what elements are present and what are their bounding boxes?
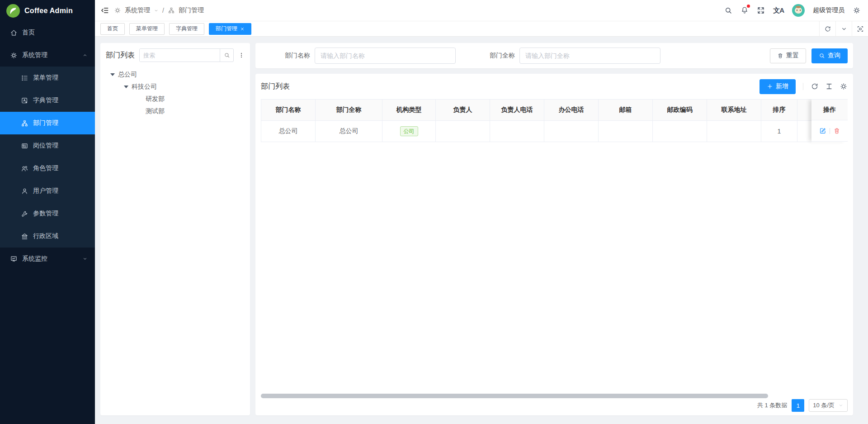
sidebar-item-monitor[interactable]: 系统监控 xyxy=(0,248,95,270)
cell-leader xyxy=(436,121,490,142)
col-dept-name: 部门名称 xyxy=(261,100,316,121)
sidebar-item-region[interactable]: 行政区域 xyxy=(0,225,95,248)
dept-table: 部门名称 部门全称 机构类型 负责人 负责人电话 办公电话 邮箱 邮政编码 联系… xyxy=(261,99,848,142)
tree-node[interactable]: 总公司 xyxy=(106,68,245,81)
column-settings-gear-icon[interactable] xyxy=(840,82,848,91)
sidebar-item-post-mgmt[interactable]: 岗位管理 xyxy=(0,134,95,157)
reset-button[interactable]: 重置 xyxy=(770,48,806,63)
col-leader: 负责人 xyxy=(436,100,490,121)
sidebar-item-user-mgmt[interactable]: 用户管理 xyxy=(0,180,95,202)
tab-dropdown-button[interactable] xyxy=(835,21,852,37)
breadcrumb-level2: 部门管理 xyxy=(179,6,204,14)
cell-sort: 1 xyxy=(761,121,797,142)
sidebar-item-dept-mgmt[interactable]: 部门管理 xyxy=(0,112,95,134)
sidebar-item-system[interactable]: 系统管理 xyxy=(0,44,95,67)
edit-icon[interactable] xyxy=(819,127,826,134)
post-badge-icon xyxy=(21,142,28,150)
tab-refresh-button[interactable] xyxy=(819,21,835,37)
notification-dot xyxy=(747,5,750,8)
delete-trash-icon[interactable] xyxy=(833,127,840,134)
query-button[interactable]: 查询 xyxy=(811,48,848,63)
tab-list: 首页 菜单管理 字典管理 部门管理 xyxy=(95,23,819,35)
tree-node[interactable]: 科技公司 xyxy=(106,81,245,93)
col-postcode: 邮政编码 xyxy=(653,100,707,121)
settings-gear-icon[interactable] xyxy=(853,6,861,14)
plus-icon xyxy=(767,83,773,90)
right-column: 部门名称 部门全称 重置 查询 xyxy=(255,43,853,415)
fullscreen-icon[interactable] xyxy=(757,6,765,14)
sidebar-item-label: 系统监控 xyxy=(22,255,47,263)
refresh-icon[interactable] xyxy=(811,82,819,91)
org-chart-icon xyxy=(168,7,175,14)
tree-search-input[interactable] xyxy=(140,49,220,62)
dept-name-label: 部门名称 xyxy=(285,52,310,60)
sidebar-item-label: 参数管理 xyxy=(33,210,58,218)
page-size-select[interactable]: 10 条/页 xyxy=(809,399,848,412)
page-1-button[interactable]: 1 xyxy=(792,399,804,412)
col-org-type: 机构类型 xyxy=(382,100,436,121)
sidebar-item-role-mgmt[interactable]: 角色管理 xyxy=(0,157,95,180)
avatar[interactable] xyxy=(792,4,805,17)
sidebar-item-label: 系统管理 xyxy=(22,51,47,59)
tree-more-button[interactable] xyxy=(238,52,245,59)
tree-search-button[interactable] xyxy=(220,49,233,62)
caret-down-icon[interactable] xyxy=(110,73,115,76)
gear-icon xyxy=(10,52,18,59)
tab-home[interactable]: 首页 xyxy=(100,23,125,35)
col-operation: 操作 xyxy=(811,99,848,120)
breadcrumb-level1[interactable]: 系统管理 xyxy=(125,6,150,14)
maximize-icon xyxy=(857,25,864,33)
table-card-header: 部门列表 新增 xyxy=(255,74,853,99)
topbar-actions: 文A 超级管理员 xyxy=(724,4,861,17)
content: 部门列表 总公司 xyxy=(95,37,868,424)
content-maximize-button[interactable] xyxy=(852,21,868,37)
col-address: 联系地址 xyxy=(707,100,761,121)
sidebar-item-home[interactable]: 首页 xyxy=(0,21,95,44)
user-name[interactable]: 超级管理员 xyxy=(813,6,844,14)
trash-icon xyxy=(777,52,783,59)
col-leader-phone: 负责人电话 xyxy=(490,100,544,121)
app-title: Coffee Admin xyxy=(24,7,73,15)
dept-fullname-label: 部门全称 xyxy=(490,52,515,60)
dept-fullname-input[interactable] xyxy=(519,48,660,64)
sidebar-item-dict-mgmt[interactable]: 字典管理 xyxy=(0,89,95,112)
org-chart-icon xyxy=(21,119,28,127)
dept-name-input[interactable] xyxy=(315,48,456,64)
more-vertical-icon xyxy=(238,52,245,59)
dept-table-card: 部门列表 新增 xyxy=(255,74,853,415)
tree-node[interactable]: 测试部 xyxy=(106,105,245,117)
cell-address xyxy=(707,121,761,142)
horizontal-scrollbar-thumb[interactable] xyxy=(261,394,768,398)
org-type-tag: 公司 xyxy=(400,126,418,136)
tab-menu-mgmt[interactable]: 菜单管理 xyxy=(129,23,165,35)
chevron-down-icon xyxy=(838,403,844,408)
notifications-button[interactable] xyxy=(741,6,749,15)
caret-down-icon[interactable] xyxy=(124,86,128,88)
add-button[interactable]: 新增 xyxy=(760,79,796,94)
col-sort: 排序 xyxy=(761,100,797,121)
home-icon xyxy=(10,29,18,37)
translate-icon[interactable]: 文A xyxy=(773,6,784,15)
sidebar: Coffee Admin 首页 系统管理 菜单管理 字典管理 xyxy=(0,0,95,424)
tab-dict-mgmt[interactable]: 字典管理 xyxy=(169,23,204,35)
tab-dept-mgmt[interactable]: 部门管理 xyxy=(209,23,251,35)
user-icon xyxy=(21,187,28,195)
sidebar-item-param-mgmt[interactable]: 参数管理 xyxy=(0,202,95,225)
row-height-icon[interactable] xyxy=(825,82,833,91)
search-icon[interactable] xyxy=(724,6,732,14)
table-row[interactable]: 总公司 总公司 公司 1 正 xyxy=(261,121,848,142)
filter-bar: 部门名称 部门全称 重置 查询 xyxy=(255,43,853,68)
sidebar-item-menu-mgmt[interactable]: 菜单管理 xyxy=(0,67,95,89)
sidebar-fold-icon[interactable] xyxy=(100,6,109,15)
roles-icon xyxy=(21,165,28,172)
dictionary-icon xyxy=(21,97,28,105)
tree-node[interactable]: 研发部 xyxy=(106,93,245,105)
close-icon[interactable] xyxy=(240,27,245,31)
breadcrumb: 系统管理 / 部门管理 xyxy=(114,6,204,14)
tree-panel-title: 部门列表 xyxy=(106,51,135,60)
dept-tree: 总公司 科技公司 研发部 测试部 xyxy=(106,68,245,117)
col-dept-fullname: 部门全称 xyxy=(316,100,382,121)
tree-search-box xyxy=(139,48,234,62)
toolbar-divider xyxy=(803,83,803,90)
cell-dept-fullname: 总公司 xyxy=(316,121,382,142)
